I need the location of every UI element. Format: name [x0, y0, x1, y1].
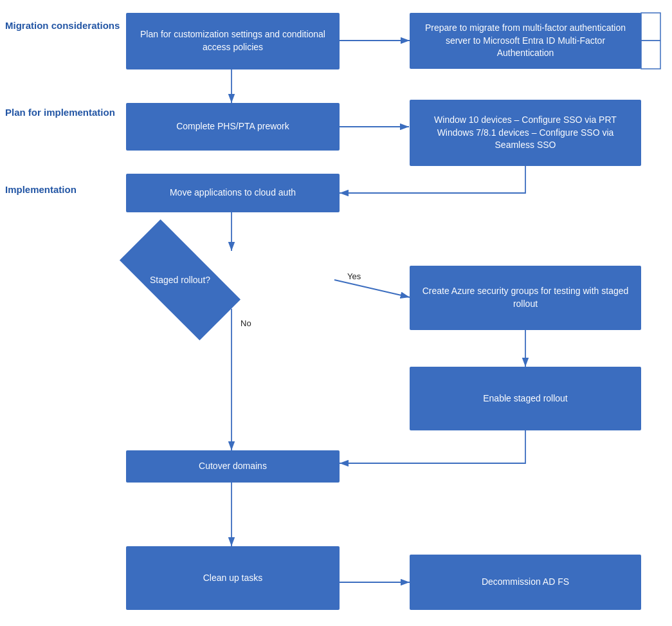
create-azure-box: Create Azure security groups for testing…: [410, 266, 641, 330]
diagram-container: Migration considerations Plan for implem…: [0, 0, 672, 626]
label-implementation: Implementation: [5, 183, 124, 196]
yes-label: Yes: [347, 272, 361, 281]
prepare-migrate-box: Prepare to migrate from multi-factor aut…: [410, 13, 641, 69]
enable-staged-box: Enable staged rollout: [410, 367, 641, 430]
windows-sso-box: Window 10 devices – Configure SSO via PR…: [410, 100, 641, 166]
decommission-box: Decommission AD FS: [410, 555, 641, 610]
move-apps-box: Move applications to cloud auth: [126, 174, 340, 212]
label-plan: Plan for implementation: [5, 106, 124, 119]
no-label: No: [241, 318, 251, 328]
label-migration: Migration considerations: [5, 19, 124, 32]
svg-line-5: [334, 280, 410, 297]
customization-box: Plan for customization settings and cond…: [126, 13, 340, 69]
staged-rollout-diamond: Staged rollout?: [129, 251, 232, 309]
cleanup-box: Clean up tasks: [126, 546, 340, 610]
svg-rect-10: [641, 13, 660, 69]
complete-phs-box: Complete PHS/PTA prework: [126, 103, 340, 151]
cutover-box: Cutover domains: [126, 450, 340, 483]
